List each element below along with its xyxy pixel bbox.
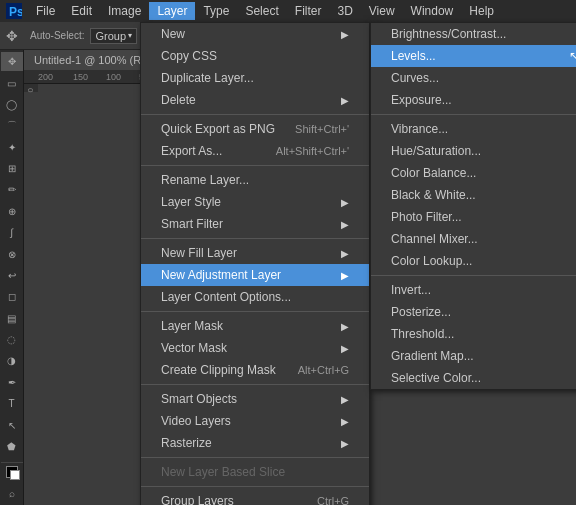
left-toolbar: ✥ ▭ ◯ ⌒ ✦ ⊞ ✏ ⊕ ∫ ⊗ ↩ ◻ ▤ ◌ ◑ ✒ T ↖ ⬟ ⌕ [0,50,24,505]
menu-select[interactable]: Select [237,2,286,20]
menu-item-clipping-mask[interactable]: Create Clipping Mask Alt+Ctrl+G [141,359,369,381]
submenu-arrow-icon: ▶ [341,29,349,40]
path-select-tool[interactable]: ↖ [1,415,23,434]
move-tool-icon: ✥ [6,28,18,44]
brush-tool[interactable]: ∫ [1,223,23,242]
gradient-tool[interactable]: ▤ [1,309,23,328]
dropdown-arrow-icon: ▾ [128,31,132,40]
separator-1 [141,114,369,115]
menu-item-quick-export[interactable]: Quick Export as PNG Shift+Ctrl+' [141,118,369,140]
rasterize-arrow: ▶ [341,438,349,449]
menu-type[interactable]: Type [195,2,237,20]
menu-item-new-layer-slice: New Layer Based Slice [141,461,369,483]
menu-item-new-adjustment[interactable]: New Adjustment Layer ▶ [141,264,369,286]
menu-item-channel-mixer[interactable]: Channel Mixer... [371,228,576,250]
smart-objects-arrow: ▶ [341,394,349,405]
svg-text:Ps: Ps [9,5,22,19]
vector-mask-arrow: ▶ [341,343,349,354]
menu-item-layer-mask[interactable]: Layer Mask ▶ [141,315,369,337]
menu-item-invert[interactable]: Invert... [371,279,576,301]
video-layers-arrow: ▶ [341,416,349,427]
new-fill-arrow: ▶ [341,248,349,259]
separator-2 [141,165,369,166]
menu-item-levels[interactable]: Levels... ↖ [371,45,576,67]
separator-6 [141,457,369,458]
menu-item-photo-filter[interactable]: Photo Filter... [371,206,576,228]
app-logo: Ps [4,1,24,21]
menu-help[interactable]: Help [461,2,502,20]
menu-item-posterize[interactable]: Posterize... [371,301,576,323]
menu-item-copy-css[interactable]: Copy CSS [141,45,369,67]
menu-layer[interactable]: Layer [149,2,195,20]
layer-mask-arrow: ▶ [341,321,349,332]
menu-window[interactable]: Window [403,2,462,20]
menu-item-color-balance[interactable]: Color Balance... [371,162,576,184]
ruler-vertical: 0 [24,84,38,92]
menu-item-video-layers[interactable]: Video Layers ▶ [141,410,369,432]
layer-dropdown-menu: New ▶ Copy CSS Duplicate Layer... Delete… [140,22,370,505]
ellipse-marquee-tool[interactable]: ◯ [1,95,23,114]
menu-item-delete[interactable]: Delete ▶ [141,89,369,111]
separator-5 [141,384,369,385]
auto-select-dropdown[interactable]: Group ▾ [90,28,137,44]
adj-separator-2 [371,275,576,276]
menu-item-hue-saturation[interactable]: Hue/Saturation... [371,140,576,162]
menu-item-vibrance[interactable]: Vibrance... [371,118,576,140]
separator-7 [141,486,369,487]
crop-tool[interactable]: ⊞ [1,159,23,178]
menu-item-new[interactable]: New ▶ [141,23,369,45]
cursor-icon: ↖ [569,49,576,63]
menu-bar: Ps File Edit Image Layer Type Select Fil… [0,0,576,22]
magic-wand-tool[interactable]: ✦ [1,138,23,157]
menu-item-color-lookup[interactable]: Color Lookup... [371,250,576,272]
foreground-color[interactable] [1,462,23,482]
blur-tool[interactable]: ◌ [1,330,23,349]
menu-item-rename[interactable]: Rename Layer... [141,169,369,191]
healing-tool[interactable]: ⊕ [1,202,23,221]
menu-item-brightness[interactable]: Brightness/Contrast... [371,23,576,45]
auto-select-label: Auto-Select: [30,30,84,41]
menu-item-selective-color[interactable]: Selective Color... [371,367,576,389]
menu-item-black-white[interactable]: Black & White... [371,184,576,206]
smart-filter-arrow: ▶ [341,219,349,230]
menu-item-smart-filter[interactable]: Smart Filter ▶ [141,213,369,235]
pen-tool[interactable]: ✒ [1,373,23,392]
menu-item-layer-style[interactable]: Layer Style ▶ [141,191,369,213]
clone-stamp-tool[interactable]: ⊗ [1,244,23,263]
separator-3 [141,238,369,239]
adj-separator-1 [371,114,576,115]
eyedropper-tool[interactable]: ✏ [1,180,23,199]
shape-tool[interactable]: ⬟ [1,437,23,456]
lasso-tool[interactable]: ⌒ [1,116,23,135]
menu-item-new-fill[interactable]: New Fill Layer ▶ [141,242,369,264]
menu-image[interactable]: Image [100,2,149,20]
menu-item-threshold[interactable]: Threshold... [371,323,576,345]
menu-item-exposure[interactable]: Exposure... [371,89,576,111]
menu-item-duplicate[interactable]: Duplicate Layer... [141,67,369,89]
zoom-tool[interactable]: ⌕ [1,484,23,503]
document-tab-label: Untitled-1 @ 100% (R [34,54,141,66]
history-brush-tool[interactable]: ↩ [1,266,23,285]
layer-style-arrow: ▶ [341,197,349,208]
menu-filter[interactable]: Filter [287,2,330,20]
menu-view[interactable]: View [361,2,403,20]
text-tool[interactable]: T [1,394,23,413]
move-tool[interactable]: ✥ [1,52,23,71]
menu-item-gradient-map[interactable]: Gradient Map... [371,345,576,367]
menu-item-rasterize[interactable]: Rasterize ▶ [141,432,369,454]
delete-submenu-arrow: ▶ [341,95,349,106]
eraser-tool[interactable]: ◻ [1,287,23,306]
new-adjustment-arrow: ▶ [341,270,349,281]
menu-item-smart-objects[interactable]: Smart Objects ▶ [141,388,369,410]
menu-item-export-as[interactable]: Export As... Alt+Shift+Ctrl+' [141,140,369,162]
menu-item-curves[interactable]: Curves... [371,67,576,89]
menu-item-content-options[interactable]: Layer Content Options... [141,286,369,308]
rect-marquee-tool[interactable]: ▭ [1,73,23,92]
menu-3d[interactable]: 3D [329,2,360,20]
separator-4 [141,311,369,312]
menu-file[interactable]: File [28,2,63,20]
menu-item-vector-mask[interactable]: Vector Mask ▶ [141,337,369,359]
dodge-tool[interactable]: ◑ [1,351,23,370]
menu-item-group-layers[interactable]: Group Layers Ctrl+G [141,490,369,505]
menu-edit[interactable]: Edit [63,2,100,20]
